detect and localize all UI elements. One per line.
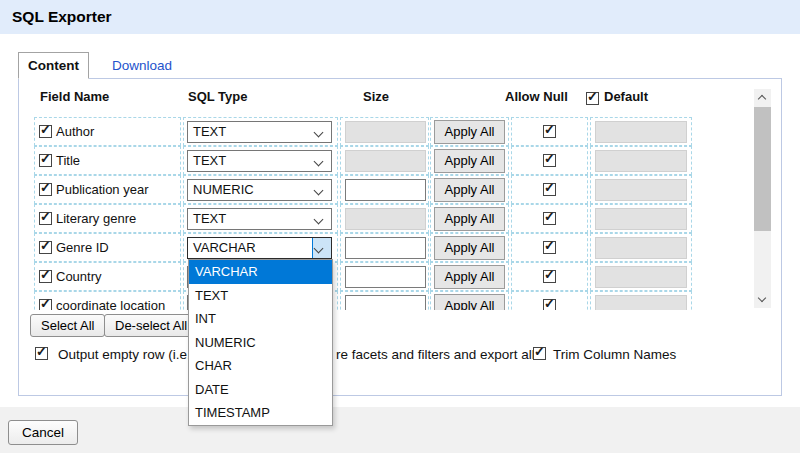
vertical-scrollbar[interactable] [754,89,771,308]
dropdown-option[interactable]: NUMERIC [189,331,332,355]
sql-type-select[interactable]: NUMERIC [187,179,332,201]
default-input [595,208,687,230]
allow-null-checkbox[interactable] [543,270,556,283]
dropdown-option[interactable]: TIMESTAMP [189,401,332,425]
apply-all-button[interactable]: Apply All [434,120,505,144]
scroll-up-icon[interactable] [754,89,771,106]
allow-null-checkbox[interactable] [543,154,556,167]
chevron-down-icon [314,127,324,137]
dialog-title: SQL Exporter [12,0,112,34]
field-name-cell: Literary genre [34,204,181,233]
table-row: Literary genreTEXTApply All [34,204,694,233]
chevron-down-icon [314,185,324,195]
header-default-toggle-checkbox[interactable] [586,92,599,105]
allow-null-checkbox[interactable] [543,212,556,225]
apply-all-button[interactable]: Apply All [434,207,505,231]
column-header-allow-null: Allow Null [505,89,568,104]
default-input [595,237,687,259]
allow-null-cell [511,204,588,233]
field-checkbox[interactable] [39,154,52,167]
table-row: Publication yearNUMERICApply All [34,175,694,204]
apply-all-cell: Apply All [430,175,509,204]
field-name-cell: coordinate location [34,291,181,310]
allow-null-checkbox[interactable] [543,299,556,310]
allow-null-cell [511,175,588,204]
dropdown-option[interactable]: INT [189,307,332,331]
apply-all-button[interactable]: Apply All [434,294,505,311]
sql-type-value: NUMERIC [193,182,254,197]
size-input[interactable] [345,179,426,201]
dropdown-option[interactable]: TEXT [189,284,332,308]
chevron-down-icon [314,214,324,224]
apply-all-button[interactable]: Apply All [434,149,505,173]
output-empty-row-checkbox[interactable] [35,347,48,360]
allow-null-cell [511,291,588,310]
size-cell [340,291,429,310]
field-checkbox[interactable] [39,125,52,138]
sql-type-value: TEXT [193,153,226,168]
field-checkbox[interactable] [39,241,52,254]
sql-type-select[interactable]: VARCHAR [187,237,332,259]
trim-column-names-checkbox[interactable] [533,347,546,360]
default-cell [590,262,692,291]
size-input[interactable] [345,237,426,259]
size-cell [340,175,429,204]
field-name-cell: Author [34,117,181,146]
sql-type-cell: TEXT [183,117,338,146]
default-cell [590,117,692,146]
sql-type-select[interactable]: TEXT [187,208,332,230]
apply-all-cell: Apply All [430,291,509,310]
size-cell [340,233,429,262]
field-checkbox[interactable] [39,183,52,196]
field-checkbox[interactable] [39,212,52,225]
dropdown-option[interactable]: VARCHAR [189,260,332,284]
scroll-down-icon[interactable] [754,291,771,308]
apply-all-cell: Apply All [430,204,509,233]
field-name-cell: Title [34,146,181,175]
apply-all-button[interactable]: Apply All [434,236,505,260]
allow-null-checkbox[interactable] [543,125,556,138]
size-cell [340,204,429,233]
size-input [345,121,426,143]
dropdown-option[interactable]: DATE [189,378,332,402]
output-empty-row-label-right: re facets and filters and export all [336,347,535,362]
allow-null-cell [511,117,588,146]
cancel-button[interactable]: Cancel [8,420,78,445]
size-input[interactable] [345,266,426,288]
apply-all-button[interactable]: Apply All [434,178,505,202]
apply-all-cell: Apply All [430,262,509,291]
table-row: coordinate locationApply All [34,291,694,310]
dialog-footer [0,407,800,453]
sql-type-select[interactable]: TEXT [187,121,332,143]
sql-type-cell: NUMERIC [183,175,338,204]
dropdown-option[interactable]: CHAR [189,354,332,378]
field-rows-scroll-area: AuthorTEXTApply AllTitleTEXTApply AllPub… [34,117,694,310]
field-checkbox[interactable] [39,270,52,283]
default-cell [590,175,692,204]
dialog-titlebar: SQL Exporter [0,0,800,34]
deselect-all-button[interactable]: De-select All [104,314,198,337]
size-input [345,208,426,230]
field-name-label: Country [56,269,102,284]
field-checkbox[interactable] [39,299,52,310]
sql-type-dropdown-list: VARCHARTEXTINTNUMERICCHARDATETIMESTAMP [188,259,333,426]
field-name-label: Genre ID [56,240,109,255]
default-input [595,121,687,143]
default-cell [590,233,692,262]
tab-download[interactable]: Download [104,52,180,79]
sql-exporter-dialog: SQL Exporter Content Download Field Name… [0,0,800,453]
sql-type-cell: TEXT [183,204,338,233]
allow-null-cell [511,146,588,175]
scrollbar-thumb[interactable] [754,107,771,231]
size-input[interactable] [345,295,426,311]
field-name-cell: Country [34,262,181,291]
apply-all-button[interactable]: Apply All [434,265,505,289]
allow-null-checkbox[interactable] [543,241,556,254]
select-all-button[interactable]: Select All [30,314,105,337]
sql-type-select[interactable]: TEXT [187,150,332,172]
allow-null-checkbox[interactable] [543,183,556,196]
tab-content[interactable]: Content [18,52,89,79]
apply-all-cell: Apply All [430,146,509,175]
size-cell [340,262,429,291]
apply-all-cell: Apply All [430,117,509,146]
